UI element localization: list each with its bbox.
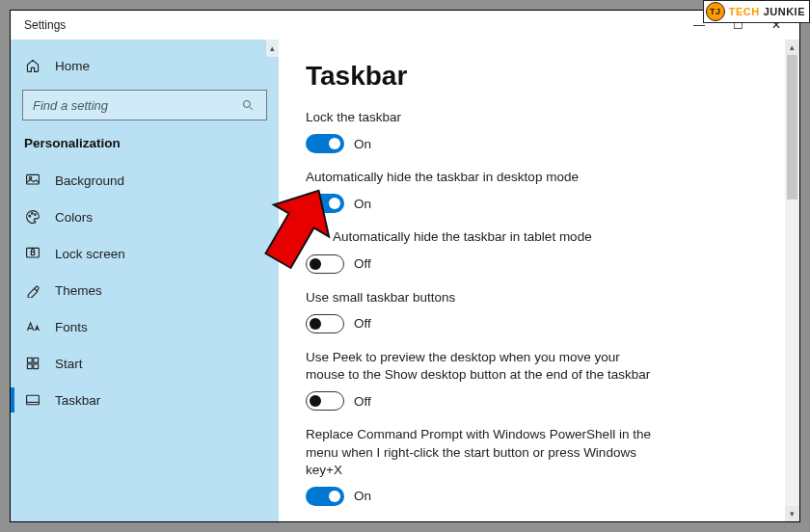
fonts-icon <box>24 318 41 335</box>
search-container <box>22 90 267 120</box>
svg-rect-10 <box>34 358 39 362</box>
scroll-down-button[interactable]: ▾ <box>785 506 799 521</box>
setting-lock-taskbar: Lock the taskbar On <box>306 109 772 153</box>
setting-label: Automatically hide the taskbar in deskto… <box>306 169 653 186</box>
sidebar-item-label: Fonts <box>55 320 88 334</box>
sidebar-item-fonts[interactable]: Fonts <box>11 308 279 345</box>
search-input[interactable] <box>33 98 239 113</box>
sidebar-item-label: Background <box>55 173 124 188</box>
scroll-thumb[interactable] <box>787 55 797 200</box>
titlebar: Settings — ☐ ✕ <box>11 11 799 40</box>
toggle-small-buttons[interactable] <box>306 314 344 333</box>
sidebar: ▴ Home Personalization <box>11 40 279 521</box>
content-panel: Taskbar Lock the taskbar On Automaticall… <box>279 40 799 521</box>
toggle-state: On <box>354 137 371 151</box>
search-box[interactable] <box>22 90 267 120</box>
lock-screen-icon <box>24 245 41 262</box>
svg-rect-9 <box>27 358 32 362</box>
toggle-auto-hide-desktop[interactable] <box>306 194 344 213</box>
watermark-text-2: JUNKIE <box>764 6 805 17</box>
themes-icon <box>24 281 41 299</box>
watermark-badge: TJ TECHJUNKIE <box>703 0 810 23</box>
sidebar-item-label: Lock screen <box>55 247 125 261</box>
page-title: Taskbar <box>306 61 772 92</box>
svg-rect-12 <box>34 364 39 369</box>
toggle-state: Off <box>354 316 371 331</box>
sidebar-item-label: Taskbar <box>55 393 100 408</box>
setting-label: Replace Command Prompt with Windows Powe… <box>306 426 653 479</box>
svg-line-1 <box>250 107 253 110</box>
svg-point-5 <box>31 213 33 215</box>
sidebar-item-themes[interactable]: Themes <box>11 272 279 308</box>
toggle-state: Off <box>354 256 371 271</box>
setting-auto-hide-desktop: Automatically hide the taskbar in deskto… <box>306 169 772 213</box>
svg-point-4 <box>29 215 31 217</box>
setting-use-peek: Use Peek to preview the desktop when you… <box>306 349 772 411</box>
setting-small-buttons: Use small taskbar buttons Off <box>306 289 772 333</box>
svg-rect-2 <box>27 174 40 184</box>
sidebar-section-label: Personalization <box>11 134 279 162</box>
svg-point-3 <box>29 176 31 178</box>
svg-point-6 <box>35 214 37 216</box>
start-icon <box>24 355 41 372</box>
sidebar-item-background[interactable]: Background <box>11 162 279 199</box>
sidebar-scroll-up[interactable]: ▴ <box>265 40 279 57</box>
sidebar-item-lock-screen[interactable]: Lock screen <box>11 235 279 272</box>
toggle-state: Off <box>354 394 371 409</box>
scroll-up-button[interactable]: ▴ <box>785 40 799 55</box>
sidebar-item-label: Colors <box>55 210 93 225</box>
watermark-logo-icon: TJ <box>706 2 725 21</box>
toggle-auto-hide-tablet[interactable] <box>306 254 344 274</box>
setting-auto-hide-tablet: Automatically hide the taskbar in tablet… <box>306 228 772 273</box>
setting-label: Use small taskbar buttons <box>306 289 653 306</box>
background-icon <box>24 172 41 189</box>
svg-rect-8 <box>31 252 34 254</box>
svg-point-0 <box>243 100 250 107</box>
watermark-text-1: TECH <box>729 6 760 17</box>
sidebar-item-label: Themes <box>55 283 102 298</box>
toggle-powershell[interactable] <box>306 487 344 506</box>
svg-rect-11 <box>27 364 32 369</box>
sidebar-item-colors[interactable]: Colors <box>11 199 279 235</box>
sidebar-item-label: Start <box>55 357 83 371</box>
setting-label: Automatically hide the taskbar in tablet… <box>306 228 653 246</box>
setting-powershell: Replace Command Prompt with Windows Powe… <box>306 426 772 506</box>
sidebar-nav: Background Colors Lock screen <box>11 162 279 418</box>
sidebar-item-start[interactable]: Start <box>11 345 279 382</box>
content-scrollbar[interactable]: ▴ ▾ <box>785 40 799 521</box>
toggle-state: On <box>354 489 371 503</box>
colors-icon <box>24 208 41 226</box>
sidebar-home[interactable]: Home <box>11 47 279 84</box>
toggle-use-peek[interactable] <box>306 391 344 411</box>
home-icon <box>24 57 41 74</box>
settings-window: Settings — ☐ ✕ ▴ Home <box>10 10 800 522</box>
sidebar-item-taskbar[interactable]: Taskbar <box>11 382 279 418</box>
toggle-lock-taskbar[interactable] <box>306 134 344 153</box>
search-icon <box>239 96 256 114</box>
svg-rect-13 <box>27 395 40 405</box>
setting-label: Lock the taskbar <box>306 109 653 126</box>
setting-label: Use Peek to preview the desktop when you… <box>306 349 653 384</box>
taskbar-icon <box>24 391 41 409</box>
toggle-state: On <box>354 197 371 211</box>
sidebar-home-label: Home <box>55 59 90 73</box>
scroll-track[interactable] <box>785 55 799 506</box>
window-title: Settings <box>24 18 66 32</box>
